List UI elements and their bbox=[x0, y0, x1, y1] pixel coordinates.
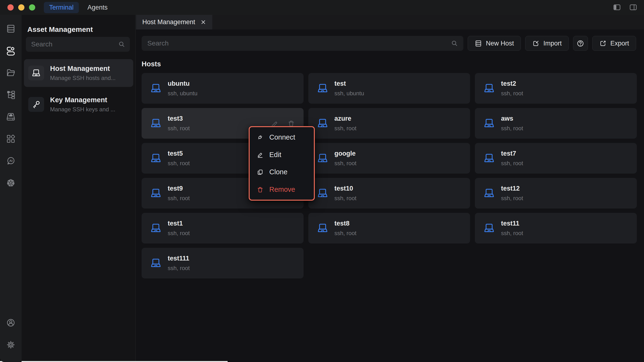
maximize-window-button[interactable] bbox=[29, 4, 35, 10]
plug-icon bbox=[257, 134, 264, 141]
files-icon[interactable] bbox=[0, 62, 22, 84]
close-window-button[interactable] bbox=[8, 4, 14, 10]
host-name: test5 bbox=[168, 150, 190, 157]
menu-item-label: Clone bbox=[269, 168, 288, 176]
host-name: aws bbox=[501, 115, 523, 122]
host-card[interactable]: test111 ssh, root bbox=[142, 248, 304, 279]
host-card[interactable]: test12 ssh, root bbox=[475, 178, 637, 209]
menu-item-remove[interactable]: Remove bbox=[250, 181, 314, 198]
laptop-icon bbox=[317, 188, 328, 198]
help-button[interactable] bbox=[573, 36, 588, 51]
host-name: test10 bbox=[334, 185, 356, 192]
import-button[interactable]: Import bbox=[525, 36, 569, 51]
app-window: Terminal Agents bbox=[0, 0, 644, 362]
split-view-icon[interactable] bbox=[629, 3, 637, 11]
laptop-icon bbox=[28, 66, 44, 80]
host-protocol-user: ssh, root bbox=[168, 195, 190, 202]
host-protocol-user: ssh, root bbox=[334, 125, 356, 132]
panel-search bbox=[26, 37, 130, 52]
laptop-icon bbox=[484, 153, 495, 164]
host-name: azure bbox=[334, 115, 356, 122]
account-icon[interactable] bbox=[0, 312, 22, 334]
host-name: test7 bbox=[501, 150, 523, 157]
kubernetes-icon[interactable] bbox=[0, 172, 22, 194]
sidebar-item-title: Host Management bbox=[50, 65, 116, 72]
host-protocol-user: ssh, root bbox=[501, 230, 523, 237]
app-mode-tabs: Terminal Agents bbox=[44, 2, 113, 13]
host-card[interactable]: azure ssh, root bbox=[308, 108, 470, 139]
sidebar-item-host-management[interactable]: Host Management Manage SSH hosts and... bbox=[24, 59, 133, 87]
host-name: test1 bbox=[168, 220, 190, 227]
hosts-section-title: Hosts bbox=[142, 60, 637, 68]
sidebar-item-key-management[interactable]: Key Management Manage SSH keys and ... bbox=[24, 90, 133, 118]
tab-agents[interactable]: Agents bbox=[82, 2, 113, 13]
host-name: test8 bbox=[334, 220, 356, 227]
pen-icon bbox=[257, 151, 264, 158]
host-name: ubuntu bbox=[168, 80, 198, 87]
host-protocol-user: ssh, root bbox=[501, 160, 523, 167]
minimize-window-button[interactable] bbox=[18, 4, 24, 10]
host-card[interactable]: test ssh, ubuntu bbox=[308, 73, 470, 104]
export-icon bbox=[599, 40, 606, 47]
laptop-icon bbox=[150, 258, 162, 268]
menu-item-edit[interactable]: Edit bbox=[250, 146, 314, 164]
storage-icon[interactable] bbox=[0, 106, 22, 128]
hosts-search bbox=[142, 36, 463, 51]
menu-item-clone[interactable]: Clone bbox=[250, 164, 314, 181]
toggle-sidebar-icon[interactable] bbox=[613, 3, 621, 11]
tab-terminal[interactable]: Terminal bbox=[44, 2, 79, 13]
copy-icon bbox=[257, 169, 264, 175]
host-name: test11 bbox=[501, 220, 523, 227]
servers-icon[interactable] bbox=[0, 18, 22, 40]
laptop-icon bbox=[150, 188, 162, 198]
host-context-menu: Connect Edit Clone bbox=[249, 126, 315, 201]
host-card[interactable]: aws ssh, root bbox=[475, 108, 637, 139]
host-card[interactable]: test10 ssh, root bbox=[308, 178, 470, 209]
laptop-icon bbox=[484, 118, 495, 129]
tab-host-management[interactable]: Host Management bbox=[136, 15, 212, 29]
host-card[interactable]: ubuntu ssh, ubuntu bbox=[142, 73, 304, 104]
host-protocol-user: ssh, root bbox=[501, 90, 523, 97]
panel-search-input[interactable] bbox=[31, 40, 118, 48]
close-tab-icon[interactable] bbox=[200, 19, 206, 25]
main-area: Host Management bbox=[136, 15, 644, 362]
menu-item-label: Edit bbox=[269, 151, 281, 159]
laptop-icon bbox=[317, 223, 328, 233]
delete-host-icon[interactable] bbox=[288, 120, 295, 127]
host-card[interactable]: test2 ssh, root bbox=[475, 73, 637, 104]
menu-item-label: Remove bbox=[269, 186, 295, 193]
activity-rail: AI bbox=[0, 15, 22, 362]
window-controls bbox=[8, 4, 35, 10]
apps-icon[interactable] bbox=[0, 128, 22, 150]
host-protocol-user: ssh, root bbox=[501, 125, 523, 132]
host-card[interactable]: test1 ssh, root bbox=[142, 213, 304, 244]
new-host-button[interactable]: New Host bbox=[468, 36, 521, 51]
laptop-icon bbox=[150, 83, 162, 94]
host-card[interactable]: test8 ssh, root bbox=[308, 213, 470, 244]
help-icon bbox=[576, 39, 584, 47]
laptop-icon bbox=[317, 83, 328, 94]
asset-management-icon[interactable] bbox=[0, 40, 22, 62]
host-protocol-user: ssh, root bbox=[168, 125, 190, 132]
host-name: test3 bbox=[168, 115, 190, 122]
laptop-icon bbox=[484, 223, 495, 233]
host-card[interactable]: test11 ssh, root bbox=[475, 213, 637, 244]
export-button[interactable]: Export bbox=[592, 36, 636, 51]
ai-assistant-icon[interactable]: AI bbox=[0, 150, 22, 172]
export-label: Export bbox=[610, 40, 629, 47]
topology-icon[interactable] bbox=[0, 84, 22, 106]
host-card[interactable]: google ssh, root bbox=[308, 143, 470, 174]
host-protocol-user: ssh, ubuntu bbox=[168, 90, 198, 97]
hosts-search-input[interactable] bbox=[147, 39, 451, 47]
host-protocol-user: ssh, ubuntu bbox=[334, 90, 364, 97]
host-name: test111 bbox=[168, 255, 190, 262]
sidebar-item-subtitle: Manage SSH keys and ... bbox=[50, 106, 115, 113]
laptop-icon bbox=[484, 188, 495, 198]
host-card[interactable]: test7 ssh, root bbox=[475, 143, 637, 174]
host-protocol-user: ssh, root bbox=[334, 195, 356, 202]
edit-host-icon[interactable] bbox=[270, 120, 278, 127]
hosts-grid: ubuntu ssh, ubuntu bbox=[142, 73, 637, 279]
toolbar: New Host Import bbox=[142, 36, 637, 51]
menu-item-connect[interactable]: Connect bbox=[250, 129, 314, 146]
settings-icon[interactable] bbox=[0, 334, 22, 356]
